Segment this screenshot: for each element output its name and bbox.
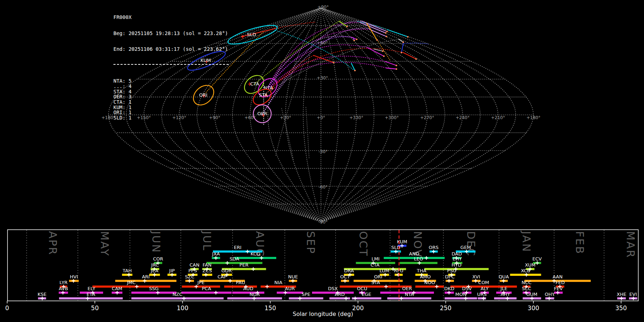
meteor-end-dot: [356, 39, 358, 40]
peak-marker-LUM: [384, 273, 387, 277]
shower-label-LEO: LEO: [414, 256, 423, 262]
shower-label-DKD: DKD: [444, 286, 454, 291]
shower-label-HYD: HYD: [452, 262, 462, 268]
peak-marker-NZC: [182, 297, 186, 300]
shower-label-CAM: CAM: [112, 286, 122, 291]
shower-label-URS: URS: [477, 292, 487, 297]
shower-label-MON: MON: [455, 292, 467, 297]
shower-label-AMO: AMO: [420, 274, 431, 279]
meteor-trail: [385, 62, 396, 65]
peak-marker-DKD: [447, 291, 451, 294]
shower-label-DSV: DSV: [462, 286, 472, 291]
shower-label-JEA: JEA: [151, 268, 158, 273]
shower-bar-ETA: [59, 297, 123, 299]
meteor-trail-extension: [268, 36, 351, 88]
end-time: End: 20251106 03:31:17 (sol = 223.62°): [113, 47, 229, 52]
shower-label-STA: STA: [371, 280, 380, 285]
shower-label-CTA: CTA: [371, 262, 380, 268]
meteor-report-screen: +180°+150°+120°+90°+60°+30°+0°+330°+300°…: [0, 0, 644, 322]
shower-label-OCU: OCU: [357, 286, 367, 291]
shower-bar-NTA: [387, 297, 431, 299]
peak-marker-SDA: [225, 261, 229, 265]
shower-label-NUE: NUE: [288, 274, 298, 279]
peak-marker-TAH: [127, 273, 131, 277]
shower-label-COM: COM: [478, 280, 489, 285]
peak-marker-NDA: [252, 297, 256, 300]
meteor-end-dot: [396, 68, 397, 70]
peak-marker-JMC: [135, 285, 138, 288]
shower-label-ELY: ELY: [88, 286, 96, 291]
peak-marker-AVB: [61, 291, 65, 294]
shower-label-GUM: GUM: [526, 292, 537, 297]
shower-label-FED: FED: [556, 280, 565, 285]
x-tick-label: 150: [264, 304, 276, 312]
meteor-end-dot: [386, 31, 388, 33]
shower-label-TAH: TAH: [122, 268, 132, 273]
meteor-trail-extension: [268, 56, 385, 88]
month-label-FEB: FEB: [574, 231, 586, 255]
meteor-trail-extension: [268, 37, 353, 88]
month-label-SEP: SEP: [304, 231, 317, 254]
radiant-map-and-activity-chart: +180°+150°+120°+90°+60°+30°+0°+330°+300°…: [0, 0, 644, 322]
shower-label-ARD: ARD: [335, 292, 345, 297]
shower-label-ORI: ORI: [374, 274, 382, 279]
shower-label-NZC: NZC: [172, 292, 182, 297]
station-id: FR000X: [113, 15, 229, 20]
shower-label-ERI: ERI: [234, 245, 241, 250]
month-label-OCT: OCT: [357, 231, 370, 257]
shower-label-NTA: NTA: [405, 292, 414, 297]
x-axis-label: Solar longitude (deg): [293, 311, 353, 317]
shower-bar-SDA: [206, 262, 262, 264]
peak-marker-ETA: [86, 297, 89, 300]
latitude-label: +60°: [317, 40, 328, 45]
shower-label-CAP: CAP: [218, 274, 227, 279]
shower-count-ORI: ORI: 1: [113, 110, 229, 115]
shower-count-list: NTA: 5...: 4STA: 4OER: 3CTA: 1KUM: 1ORI:…: [113, 78, 229, 121]
meteor-end-dot: [386, 36, 387, 38]
shower-label-EHY: EHY: [453, 256, 462, 262]
meteor-trail: [403, 53, 416, 59]
shower-bar-NOO: [415, 286, 444, 288]
meteor-end-dot: [354, 70, 356, 72]
shower-label-FAN: FAN: [203, 262, 211, 268]
longitude-label: +300°: [385, 115, 399, 120]
peak-marker-JIP: [170, 273, 174, 277]
shower-label-NCC: NCC: [522, 280, 532, 285]
peak-marker-NOO: [435, 285, 439, 288]
shower-bar-SPE: [289, 297, 323, 299]
peak-marker-EGE: [353, 297, 357, 300]
month-label-APR: APR: [47, 231, 59, 255]
peak-marker-SPE: [298, 297, 302, 300]
peak-marker-JEA: [153, 273, 156, 277]
meteor-end-dot: [415, 58, 417, 60]
shower-label-THA: THA: [416, 268, 426, 273]
meteor-trail-extension: [405, 43, 428, 44]
shower-count-KUM: KUM: 1: [113, 105, 229, 110]
meteor-trail: [387, 30, 408, 37]
latitude-label: +90°: [317, 5, 328, 10]
shower-label-FEV: FEV: [554, 286, 563, 291]
shower-bar-SSG: [131, 292, 176, 294]
x-tick-label: 200: [352, 304, 364, 312]
shower-label-DAD: DAD: [452, 251, 462, 257]
shower-label-JLE: JLE: [500, 286, 507, 291]
x-tick-label: 50: [91, 304, 99, 312]
peak-marker-ARI: [143, 279, 146, 283]
shower-label-SDA: SDA: [230, 256, 239, 262]
peak-marker-XHE: [620, 297, 623, 300]
longitude-label: +0°: [317, 115, 325, 120]
meteor-end-dot: [401, 52, 402, 54]
shower-label-OCT: OCT: [340, 274, 350, 279]
activity-chart: APRMAYJUNJULAUGSEPOCTNOVDECJANFEBMARKUME…: [5, 230, 638, 317]
shower-label-KCG: KCG: [250, 251, 260, 257]
shower-label-LUM: LUM: [380, 268, 389, 273]
peak-marker-ARD: [344, 297, 348, 300]
meteor-end-dot: [383, 55, 385, 57]
shower-label-KSE: KSE: [38, 292, 47, 297]
shower-label-JXA: JXA: [212, 251, 220, 257]
shower-label-SPE: SPE: [302, 292, 310, 297]
shower-label-DRA: DRA: [344, 268, 354, 273]
shower-bar-AHY: [494, 297, 517, 299]
peak-marker-EVI: [631, 297, 635, 300]
shower-bar-PCA: [181, 292, 232, 294]
